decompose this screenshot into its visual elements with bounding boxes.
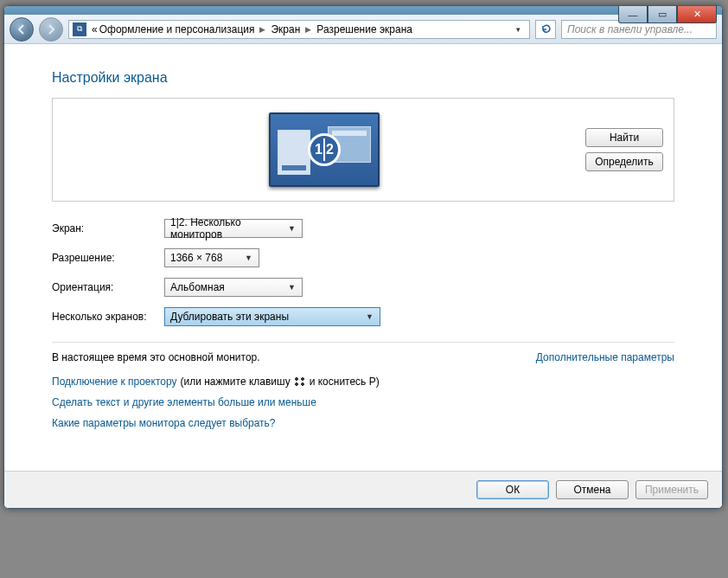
multiple-displays-dropdown[interactable]: Дублировать эти экраны ▼ <box>164 307 380 326</box>
primary-monitor-text: В настоящее время это основной монитор. <box>52 351 260 363</box>
divider <box>52 342 674 343</box>
orientation-dropdown[interactable]: Альбомная ▼ <box>164 278 303 297</box>
detect-button[interactable]: Найти <box>585 128 663 147</box>
multiple-displays-value: Дублировать эти экраны <box>170 311 289 323</box>
chevron-down-icon: ▼ <box>285 224 298 233</box>
display-label: Экран: <box>52 222 164 234</box>
back-arrow-icon <box>16 23 28 35</box>
help-links: Подключение к проектору (или нажмите кла… <box>52 376 674 429</box>
cancel-button[interactable]: Отмена <box>556 480 629 499</box>
multiple-displays-label: Несколько экранов: <box>52 311 164 323</box>
control-panel-icon: ⧉ <box>73 22 86 36</box>
maximize-button[interactable]: ▭ <box>648 6 677 23</box>
projector-link[interactable]: Подключение к проектору <box>52 376 177 388</box>
apply-button: Применить <box>635 480 708 499</box>
chevron-down-icon: ▼ <box>285 283 298 292</box>
breadcrumb-item-appearance[interactable]: Оформление и персонализация <box>99 23 255 35</box>
resolution-label: Разрешение: <box>52 252 164 264</box>
projector-text-pre: (или нажмите клавишу <box>181 376 291 388</box>
monitor-number-badge: 12 <box>308 133 341 166</box>
identify-button[interactable]: Определить <box>585 152 663 171</box>
forward-button[interactable] <box>39 17 63 42</box>
minimize-button[interactable]: — <box>618 6 648 23</box>
address-dropdown-icon[interactable]: ▾ <box>510 25 526 34</box>
which-settings-link[interactable]: Какие параметры монитора следует выбрать… <box>52 417 674 429</box>
display-dropdown[interactable]: 1|2. Несколько мониторов ▼ <box>164 219 303 238</box>
content-area: Настройки экрана 12 Найти Определить <box>4 44 722 508</box>
address-bar[interactable]: ⧉ « Оформление и персонализация ▶ Экран … <box>68 20 530 39</box>
breadcrumb-prefix: « <box>92 23 98 35</box>
projector-text-post: и коснитесь P) <box>310 376 380 388</box>
chevron-down-icon: ▼ <box>363 312 376 321</box>
window-frame: — ▭ ✕ ⧉ « Оформление и персонализация ▶ … <box>3 5 723 509</box>
refresh-button[interactable] <box>535 20 556 39</box>
advanced-settings-link[interactable]: Дополнительные параметры <box>536 351 674 363</box>
orientation-label: Ориентация: <box>52 281 164 293</box>
breadcrumb-item-resolution[interactable]: Разрешение экрана <box>316 23 412 35</box>
text-size-link[interactable]: Сделать текст и другие элементы больше и… <box>52 396 674 408</box>
display-value: 1|2. Несколько мониторов <box>170 216 285 241</box>
search-placeholder: Поиск в панели управле... <box>567 23 693 35</box>
window-controls: — ▭ ✕ <box>618 6 717 23</box>
resolution-dropdown[interactable]: 1366 × 768 ▼ <box>164 248 259 267</box>
forward-arrow-icon <box>45 23 57 35</box>
display-preview-box: 12 Найти Определить <box>52 98 674 202</box>
settings-grid: Экран: 1|2. Несколько мониторов ▼ Разреш… <box>52 219 674 326</box>
back-button[interactable] <box>10 17 34 42</box>
page-title: Настройки экрана <box>52 70 674 86</box>
dialog-button-bar: ОК Отмена Применить <box>4 471 722 508</box>
window-glass <box>4 6 722 15</box>
breadcrumb-sep-icon: ▶ <box>256 25 269 34</box>
resolution-value: 1366 × 768 <box>170 252 222 264</box>
breadcrumb-item-display[interactable]: Экран <box>271 23 300 35</box>
chevron-down-icon: ▼ <box>242 254 255 262</box>
close-button[interactable]: ✕ <box>677 6 717 23</box>
breadcrumb-sep-icon: ▶ <box>302 25 315 34</box>
toolbar: ⧉ « Оформление и персонализация ▶ Экран … <box>4 15 722 44</box>
monitor-1-icon[interactable] <box>278 130 310 175</box>
windows-key-icon <box>294 376 306 387</box>
monitor-arrangement[interactable]: 12 <box>269 112 380 187</box>
refresh-icon <box>540 23 552 35</box>
orientation-value: Альбомная <box>170 281 225 293</box>
ok-button[interactable]: ОК <box>476 480 549 499</box>
primary-monitor-row: В настоящее время это основной монитор. … <box>52 351 674 363</box>
